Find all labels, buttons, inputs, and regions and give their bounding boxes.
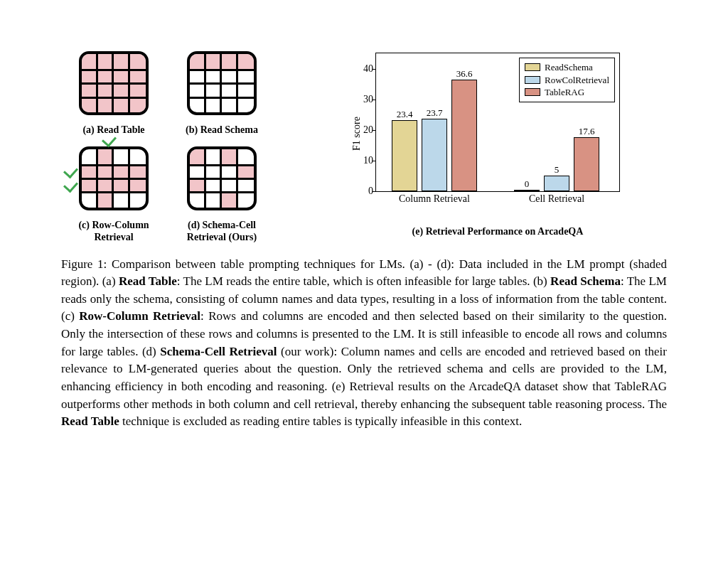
panel-d-label: (d) Schema-Cell Retrieval (Ours) xyxy=(187,219,257,244)
chart-plot-area: 0 10 20 30 40 23.4 23.7 xyxy=(375,53,620,192)
panel-c-label-line1: (c) Row-Column xyxy=(78,220,149,230)
caption-bold-read-table-2: Read Table xyxy=(61,414,119,428)
mini-tables-column: (a) Read Table (b) Read Schema xyxy=(61,48,274,244)
ytick-40: 40 xyxy=(363,63,373,75)
panel-e-label: (e) Retrieval Performance on ArcadeQA xyxy=(384,226,584,237)
panel-d-label-line1: (d) Schema-Cell xyxy=(188,220,256,230)
ytick-0: 0 xyxy=(368,186,373,197)
legend-item-readschema: ReadSchema xyxy=(525,61,609,74)
bar-tablerag-col: 36.6 xyxy=(451,80,477,191)
panel-c-graphic xyxy=(76,144,151,215)
mini-tables-top-row: (a) Read Table (b) Read Schema xyxy=(61,48,274,136)
bar-readschema-col: 23.4 xyxy=(392,120,417,191)
bar-label: 0 xyxy=(525,178,530,191)
caption-bold-schema-cell: Schema-Cell Retrieval xyxy=(160,345,277,358)
panel-b-graphic xyxy=(184,48,259,119)
bar-rowcol-col: 23.7 xyxy=(422,119,447,191)
legend-item-tablerag: TableRAG xyxy=(525,86,609,99)
panel-a-graphic xyxy=(76,48,151,119)
figure-caption: Figure 1: Comparison between table promp… xyxy=(61,256,667,431)
legend-swatch-icon xyxy=(525,76,540,84)
caption-text: : The LM reads the entire table, which i… xyxy=(177,274,550,288)
bar-label: 17.6 xyxy=(579,126,595,138)
checkmark-icon xyxy=(63,177,78,192)
category-column-retrieval: Column Retrieval xyxy=(392,191,477,205)
mini-tables-bottom-row: (c) Row-Column Retrieval xyxy=(61,144,274,244)
ytick-30: 30 xyxy=(363,94,373,105)
figure-page: (a) Read Table (b) Read Schema xyxy=(0,0,728,464)
panel-a: (a) Read Table xyxy=(68,48,159,136)
caption-text: technique is excluded as reading entire … xyxy=(119,414,523,428)
legend-label: ReadSchema xyxy=(545,61,593,74)
caption-bold-read-schema: Read Schema xyxy=(550,274,621,288)
panel-d: (d) Schema-Cell Retrieval (Ours) xyxy=(176,144,267,244)
panel-b-label: (b) Read Schema xyxy=(186,124,258,136)
bar-label: 36.6 xyxy=(456,68,473,80)
bar-label: 23.4 xyxy=(397,109,413,121)
legend-item-rowcol: RowColRetrieval xyxy=(525,74,609,87)
legend-swatch-icon xyxy=(525,63,540,71)
bar-group-cell-retrieval: 0 5 17.6 xyxy=(514,137,599,191)
bar-tablerag-cell: 17.6 xyxy=(574,137,599,191)
chart-legend: ReadSchema RowColRetrieval TableRAG xyxy=(519,58,615,102)
bar-group-column-retrieval: 23.4 23.7 36.6 xyxy=(392,80,477,191)
ytick-20: 20 xyxy=(363,124,373,136)
bar-rowcol-cell: 5 xyxy=(544,176,569,191)
bar-label: 23.7 xyxy=(427,107,443,119)
bar-chart: F1 score 0 10 20 30 40 23 xyxy=(334,48,633,219)
caption-bold-row-column: Row-Column Retrieval xyxy=(79,309,200,323)
panel-c-label: (c) Row-Column Retrieval xyxy=(78,219,149,244)
caption-bold-read-table: Read Table xyxy=(119,274,177,288)
panel-d-label-line2: Retrieval (Ours) xyxy=(187,232,257,242)
figure-panels-row: (a) Read Table (b) Read Schema xyxy=(61,48,667,244)
bar-label: 5 xyxy=(555,164,560,176)
chart-ylabel: F1 score xyxy=(351,117,363,151)
category-cell-retrieval: Cell Retrieval xyxy=(514,191,599,205)
ytick-10: 10 xyxy=(363,155,373,166)
legend-label: TableRAG xyxy=(545,86,584,99)
panel-d-graphic xyxy=(184,144,259,215)
panel-c: (c) Row-Column Retrieval xyxy=(68,144,159,244)
panel-e: F1 score 0 10 20 30 40 23 xyxy=(300,48,667,244)
panel-a-label: (a) Read Table xyxy=(82,124,144,136)
checkmark-icon xyxy=(63,163,78,178)
legend-swatch-icon xyxy=(525,88,540,96)
legend-label: RowColRetrieval xyxy=(545,74,609,87)
panel-c-label-line2: Retrieval xyxy=(94,232,133,242)
panel-b: (b) Read Schema xyxy=(176,48,267,136)
